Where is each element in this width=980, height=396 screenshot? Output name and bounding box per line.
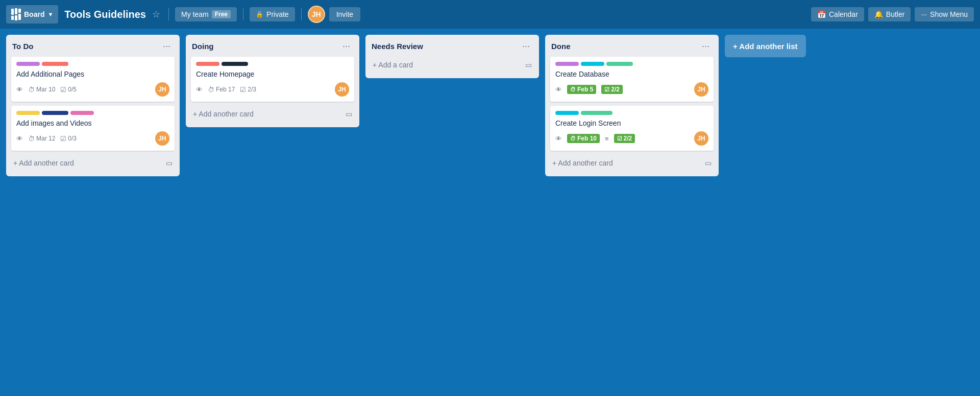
card-labels-card2 — [16, 111, 169, 115]
card-meta-left-card1: 👁⏱Mar 10☑0/5 — [16, 86, 77, 94]
card-card5[interactable]: Create Login Screen👁⏱Feb 10≡☑2/2JH — [550, 106, 714, 151]
card-meta-left-card4: 👁⏱Feb 5☑2/2 — [555, 85, 623, 94]
add-card-button-doing[interactable]: + Add another card▭ — [191, 106, 354, 122]
card-avatar-card5[interactable]: JH — [694, 131, 708, 146]
card-card4[interactable]: Create Database👁⏱Feb 5☑2/2JH — [550, 57, 714, 102]
card-avatar-card4[interactable]: JH — [694, 82, 708, 97]
avatar[interactable]: JH — [308, 6, 325, 23]
card-meta-card2: 👁⏱Mar 12☑0/3JH — [16, 131, 169, 146]
watch-icon-card1: 👁 — [16, 86, 23, 94]
add-card-button-todo[interactable]: + Add another card▭ — [11, 155, 175, 171]
card-card1[interactable]: Add Additional Pages👁⏱Mar 10☑0/5JH — [11, 57, 175, 102]
dots-icon: ··· — [921, 10, 927, 18]
header-right: 📅 Calendar 🔔 Butler ··· Show Menu — [811, 7, 974, 21]
list-title-doing: Doing — [192, 42, 214, 51]
butler-icon: 🔔 — [874, 10, 883, 18]
card-meta-card5: 👁⏱Feb 10≡☑2/2JH — [555, 131, 708, 146]
list-menu-button-done[interactable]: ··· — [699, 40, 713, 53]
board-area: To Do···Add Additional Pages👁⏱Mar 10☑0/5… — [0, 29, 980, 396]
list-title-needs-review: Needs Review — [372, 42, 423, 51]
calendar-icon: 📅 — [817, 10, 826, 18]
checklist-badge-card5: ☑2/2 — [614, 134, 635, 143]
date-card2: ⏱Mar 12 — [28, 135, 55, 143]
list-header-todo: To Do··· — [11, 40, 175, 53]
card-meta-left-card3: 👁⏱Feb 17☑2/3 — [196, 86, 256, 94]
card-meta-card4: 👁⏱Feb 5☑2/2JH — [555, 82, 708, 97]
checklist-badge-card4: ☑2/2 — [601, 85, 623, 94]
divider3 — [301, 8, 302, 20]
list-done: Done···Create Database👁⏱Feb 5☑2/2JHCreat… — [545, 35, 719, 176]
checklist-card2: ☑0/3 — [60, 135, 77, 143]
label-card2-1 — [42, 111, 68, 115]
template-icon-doing: ▭ — [346, 110, 352, 118]
add-card-button-needs-review[interactable]: + Add a card▭ — [371, 57, 534, 73]
header: Board ▼ Tools Guidelines ☆ My team Free … — [0, 0, 980, 29]
show-menu-button[interactable]: ··· Show Menu — [915, 7, 974, 21]
card-card3[interactable]: Create Homepage👁⏱Feb 17☑2/3JH — [191, 57, 354, 102]
date-card5: ⏱Feb 10 — [567, 134, 600, 143]
board-button[interactable]: Board ▼ — [6, 5, 58, 24]
add-card-label-needs-review: + Add a card — [373, 61, 413, 69]
date-badge-card4: ⏱Feb 5 — [567, 85, 596, 94]
date-card4: ⏱Feb 5 — [567, 85, 596, 94]
card-card2[interactable]: Add images and Videos👁⏱Mar 12☑0/3JH — [11, 106, 175, 151]
list-todo: To Do···Add Additional Pages👁⏱Mar 10☑0/5… — [6, 35, 180, 176]
watch-icon-card2: 👁 — [16, 135, 23, 143]
card-meta-card3: 👁⏱Feb 17☑2/3JH — [196, 82, 349, 97]
page-title: Tools Guidelines — [64, 9, 146, 20]
label-card1-0 — [16, 62, 40, 66]
show-menu-label: Show Menu — [930, 10, 968, 18]
label-card5-0 — [555, 111, 579, 115]
card-labels-card4 — [555, 62, 708, 66]
card-avatar-card1[interactable]: JH — [155, 82, 169, 97]
list-title-todo: To Do — [12, 42, 33, 51]
list-header-needs-review: Needs Review··· — [371, 40, 534, 53]
chevron-down-icon: ▼ — [47, 11, 53, 17]
star-button[interactable]: ☆ — [150, 7, 162, 22]
calendar-label: Calendar — [829, 10, 858, 18]
board-icon — [11, 8, 21, 20]
label-card1-1 — [42, 62, 68, 66]
list-menu-button-needs-review[interactable]: ··· — [519, 40, 533, 53]
date-card3: ⏱Feb 17 — [208, 86, 235, 94]
card-meta-card1: 👁⏱Mar 10☑0/5JH — [16, 82, 169, 97]
add-card-label-done: + Add another card — [552, 159, 613, 167]
list-needs-review: Needs Review···+ Add a card▭ — [365, 35, 539, 78]
my-team-button[interactable]: My team Free — [175, 7, 237, 21]
label-card5-1 — [581, 111, 612, 115]
list-title-done: Done — [551, 42, 571, 51]
label-card2-2 — [70, 111, 94, 115]
template-icon-done: ▭ — [705, 159, 712, 167]
free-badge: Free — [212, 10, 231, 18]
header-left: Board ▼ Tools Guidelines ☆ My team Free … — [6, 5, 807, 24]
card-avatar-card2[interactable]: JH — [155, 131, 169, 146]
checklist-card4: ☑2/2 — [601, 85, 623, 94]
list-menu-button-todo[interactable]: ··· — [160, 40, 174, 53]
calendar-button[interactable]: 📅 Calendar — [811, 7, 864, 21]
card-labels-card1 — [16, 62, 169, 66]
watch-icon-card5: 👁 — [555, 135, 562, 143]
private-button[interactable]: 🔒 Private — [250, 7, 295, 21]
butler-button[interactable]: 🔔 Butler — [868, 7, 911, 21]
list-header-done: Done··· — [550, 40, 714, 53]
template-icon-todo: ▭ — [166, 159, 173, 167]
lock-icon: 🔒 — [256, 11, 263, 18]
add-another-list-button[interactable]: + Add another list — [725, 35, 806, 57]
card-avatar-card3[interactable]: JH — [335, 82, 349, 97]
board-label: Board — [24, 10, 44, 18]
add-card-label-todo: + Add another card — [13, 159, 74, 167]
butler-label: Butler — [886, 10, 905, 18]
checklist-card1: ☑0/5 — [60, 86, 77, 94]
private-label: Private — [266, 10, 289, 18]
card-title-card3: Create Homepage — [196, 70, 349, 78]
divider — [168, 8, 169, 20]
card-title-card4: Create Database — [555, 70, 708, 78]
label-card3-0 — [196, 62, 219, 66]
card-labels-card3 — [196, 62, 349, 66]
list-icon-card5: ≡ — [605, 135, 609, 143]
list-menu-button-doing[interactable]: ··· — [339, 40, 353, 53]
add-card-label-doing: + Add another card — [193, 110, 254, 118]
template-icon-needs-review: ▭ — [525, 61, 532, 69]
add-card-button-done[interactable]: + Add another card▭ — [550, 155, 714, 171]
invite-button[interactable]: Invite — [329, 7, 360, 21]
